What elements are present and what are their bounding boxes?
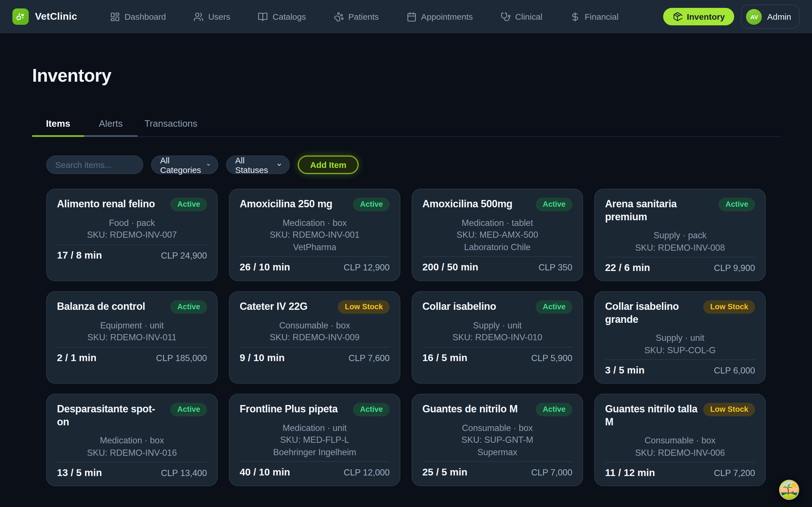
stock-level: 26 / 10 min bbox=[240, 262, 290, 273]
item-meta: Supply · unitSKU: RDEMO-INV-010 bbox=[422, 319, 572, 343]
nav-item-inventory-active[interactable]: Inventory bbox=[663, 8, 734, 25]
item-meta-line: SKU: RDEMO-INV-010 bbox=[422, 331, 572, 343]
status-badge: Active bbox=[353, 198, 390, 211]
nav-label: Financial bbox=[585, 12, 619, 21]
inventory-item-card[interactable]: Desparasitante spot-on Active Medication… bbox=[46, 394, 218, 486]
item-meta: Medication · tabletSKU: MED-AMX-500Labor… bbox=[422, 217, 572, 253]
item-meta-line: SKU: MED-FLP-L bbox=[240, 434, 390, 446]
item-name: Alimento renal felino bbox=[57, 198, 155, 211]
tab-transactions[interactable]: Transactions bbox=[138, 118, 204, 137]
brand[interactable]: VetClinic bbox=[12, 8, 77, 25]
book-icon bbox=[258, 11, 268, 22]
inventory-item-card[interactable]: Guantes de nitrilo M Active Consumable ·… bbox=[412, 394, 583, 486]
item-meta-line: SKU: RDEMO-INV-011 bbox=[57, 331, 207, 343]
inventory-item-card[interactable]: Arena sanitaria premium Active Supply · … bbox=[594, 189, 766, 281]
card-divider bbox=[57, 462, 207, 462]
inventory-item-card[interactable]: Balanza de control Active Equipment · un… bbox=[46, 291, 218, 384]
card-divider bbox=[57, 347, 207, 347]
item-meta: Food · packSKU: RDEMO-INV-007 bbox=[57, 217, 207, 241]
inventory-item-card[interactable]: Alimento renal felino Active Food · pack… bbox=[46, 189, 218, 281]
status-select-value: All Statuses bbox=[235, 155, 271, 174]
item-meta: Consumable · boxSKU: SUP-GNT-MSupermax bbox=[422, 421, 572, 458]
tab-alerts[interactable]: Alerts bbox=[84, 118, 138, 137]
card-footer: 13 / 5 min CLP 13,400 bbox=[57, 467, 207, 479]
card-divider bbox=[605, 359, 755, 360]
stock-level: 22 / 6 min bbox=[605, 262, 650, 274]
status-badge: Active bbox=[170, 198, 207, 211]
inventory-item-card[interactable]: Amoxicilina 500mg Active Medication · ta… bbox=[412, 189, 583, 281]
card-header: Cateter IV 22G Low Stock bbox=[240, 300, 390, 314]
nav-item-users[interactable]: Users bbox=[193, 11, 230, 22]
item-meta-line: Medication · box bbox=[57, 434, 207, 446]
card-divider bbox=[422, 461, 572, 462]
inventory-item-card[interactable]: Cateter IV 22G Low Stock Consumable · bo… bbox=[229, 291, 400, 384]
item-price: CLP 9,900 bbox=[714, 263, 755, 273]
item-meta: Supply · packSKU: RDEMO-INV-008 bbox=[605, 229, 755, 253]
item-meta-line: Medication · tablet bbox=[422, 217, 572, 229]
item-price: CLP 7,600 bbox=[349, 353, 390, 363]
item-meta-line: Consumable · box bbox=[422, 421, 572, 434]
tab-items[interactable]: Items bbox=[32, 118, 84, 137]
chevron-down-icon bbox=[206, 161, 210, 168]
status-select[interactable]: All Statuses bbox=[226, 156, 290, 174]
inventory-item-card[interactable]: Collar isabelino grande Low Stock Supply… bbox=[594, 291, 766, 384]
status-badge: Active bbox=[170, 300, 207, 314]
nav-item-financial[interactable]: Financial bbox=[570, 11, 619, 22]
card-footer: 3 / 5 min CLP 6,000 bbox=[605, 364, 755, 376]
nav-item-patients[interactable]: Patients bbox=[334, 11, 378, 22]
item-meta-line: Boehringer Ingelheim bbox=[240, 446, 390, 458]
item-price: CLP 7,200 bbox=[714, 468, 755, 478]
island-floating-button[interactable] bbox=[778, 479, 800, 501]
inventory-item-card[interactable]: Guantes nitrilo talla M Low Stock Consum… bbox=[594, 394, 766, 486]
stock-level: 17 / 8 min bbox=[57, 249, 102, 261]
nav-label: Patients bbox=[348, 12, 378, 21]
item-price: CLP 350 bbox=[539, 263, 572, 273]
card-header: Amoxicilina 250 mg Active bbox=[240, 198, 390, 211]
status-badge: Active bbox=[536, 300, 572, 314]
inventory-item-card[interactable]: Amoxicilina 250 mg Active Medication · b… bbox=[229, 189, 400, 281]
item-name: Frontline Plus pipeta bbox=[240, 403, 338, 416]
status-badge: Active bbox=[536, 198, 572, 211]
card-footer: 2 / 1 min CLP 185,000 bbox=[57, 352, 207, 363]
nav-label: Users bbox=[208, 12, 230, 21]
users-icon bbox=[193, 11, 204, 22]
nav-item-catalogs[interactable]: Catalogs bbox=[258, 11, 306, 22]
item-meta-line: Supply · pack bbox=[605, 229, 755, 241]
nav-item-clinical[interactable]: Clinical bbox=[500, 11, 543, 22]
item-name: Guantes de nitrilo M bbox=[422, 403, 518, 416]
item-meta-line: SKU: RDEMO-INV-016 bbox=[57, 446, 207, 459]
stock-level: 3 / 5 min bbox=[605, 364, 645, 376]
avatar: AV bbox=[746, 9, 762, 24]
item-price: CLP 185,000 bbox=[156, 353, 207, 363]
item-meta-line: Supermax bbox=[422, 446, 572, 458]
item-meta-line: SKU: RDEMO-INV-001 bbox=[240, 229, 390, 241]
item-meta-line: SKU: RDEMO-INV-007 bbox=[57, 229, 207, 241]
item-meta-line: Medication · box bbox=[240, 217, 390, 229]
inventory-item-card[interactable]: Frontline Plus pipeta Active Medication … bbox=[229, 394, 400, 486]
search-input[interactable] bbox=[46, 156, 143, 174]
card-header: Balanza de control Active bbox=[57, 300, 207, 314]
item-meta: Equipment · unitSKU: RDEMO-INV-011 bbox=[57, 319, 207, 343]
nav-item-dashboard[interactable]: Dashboard bbox=[110, 11, 166, 22]
item-meta-line: SKU: RDEMO-INV-006 bbox=[605, 446, 755, 459]
card-divider bbox=[240, 347, 390, 347]
status-badge: Active bbox=[719, 198, 755, 211]
card-divider bbox=[605, 462, 755, 462]
card-header: Arena sanitaria premium Active bbox=[605, 198, 755, 224]
user-menu[interactable]: AV Admin bbox=[741, 4, 800, 29]
card-header: Alimento renal felino Active bbox=[57, 198, 207, 211]
inventory-grid: Alimento renal felino Active Food · pack… bbox=[46, 189, 766, 486]
inventory-item-card[interactable]: Collar isabelino Active Supply · unitSKU… bbox=[412, 291, 583, 384]
status-badge: Low Stock bbox=[703, 403, 755, 416]
item-name: Cateter IV 22G bbox=[240, 300, 308, 313]
card-footer: 22 / 6 min CLP 9,900 bbox=[605, 262, 755, 274]
category-select[interactable]: All Categories bbox=[151, 156, 218, 174]
main-nav: Dashboard Users Catalogs Patients Appoin… bbox=[110, 11, 619, 22]
item-meta: Consumable · boxSKU: RDEMO-INV-009 bbox=[240, 319, 390, 343]
card-footer: 25 / 5 min CLP 7,000 bbox=[422, 466, 572, 478]
items-panel: All Categories All Statuses Add Item Ali… bbox=[46, 156, 766, 486]
item-meta-line: SKU: RDEMO-INV-009 bbox=[240, 331, 390, 343]
item-meta: Medication · boxSKU: RDEMO-INV-001VetPha… bbox=[240, 217, 390, 253]
add-item-button[interactable]: Add Item bbox=[298, 156, 359, 174]
nav-item-appointments[interactable]: Appointments bbox=[407, 11, 473, 22]
